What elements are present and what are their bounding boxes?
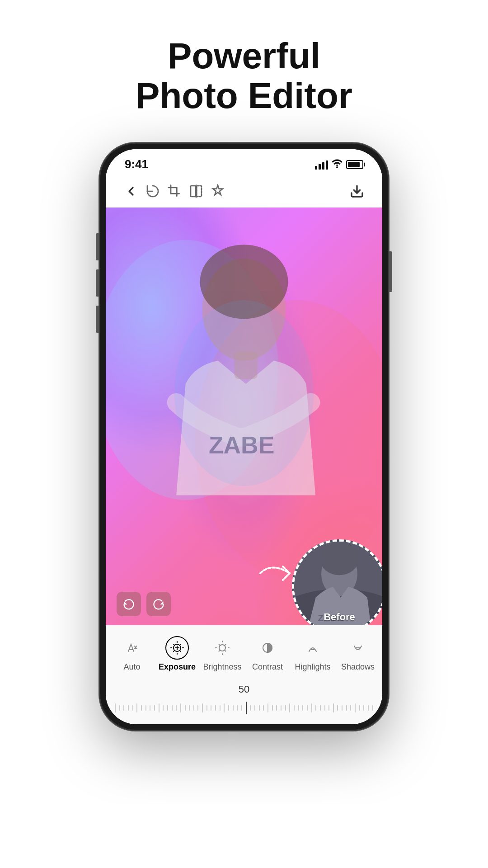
auto-label: Auto [123, 662, 140, 672]
svg-marker-4 [213, 185, 222, 195]
signal-icon [315, 160, 328, 170]
tool-shadows[interactable]: Shadows [335, 632, 380, 675]
slider-ticks [115, 702, 373, 714]
svg-line-23 [180, 644, 181, 645]
rotate-button[interactable] [142, 180, 164, 202]
tool-auto[interactable]: Auto [109, 632, 155, 675]
svg-line-36 [219, 645, 220, 645]
svg-line-34 [225, 645, 225, 645]
heading-line1: Powerful [136, 36, 352, 76]
slider-value: 50 [115, 684, 373, 695]
tool-brightness[interactable]: Brightness [200, 632, 245, 675]
before-photo: ZABE Before [294, 542, 382, 625]
shadows-icon-container [346, 636, 370, 660]
highlights-icon-container [301, 636, 324, 660]
before-comparison-circle[interactable]: ZABE Before [292, 539, 382, 625]
shadows-label: Shadows [341, 662, 375, 672]
page-heading: Powerful Photo Editor [136, 36, 352, 116]
svg-rect-1 [191, 186, 196, 197]
battery-icon [346, 160, 363, 169]
svg-line-37 [225, 651, 225, 651]
compare-arrow [256, 553, 292, 589]
svg-point-0 [336, 166, 338, 168]
adjust-button[interactable] [207, 180, 229, 202]
photo-background: ZABE [106, 208, 382, 625]
slider-track[interactable] [115, 699, 373, 717]
heading-line2: Photo Editor [136, 76, 352, 116]
bottom-panel: Auto [106, 625, 382, 724]
svg-rect-2 [197, 186, 202, 197]
svg-line-35 [219, 651, 220, 651]
exposure-label: Exposure [159, 662, 196, 672]
phone-frame: 9:41 [99, 143, 389, 731]
highlights-label: Highlights [295, 662, 330, 672]
svg-point-29 [219, 645, 225, 651]
wifi-icon [332, 158, 343, 171]
undo-redo-group [117, 592, 171, 616]
exposure-icon-container [165, 636, 189, 660]
svg-point-16 [320, 542, 359, 575]
before-label: Before [324, 611, 355, 623]
phone-screen: 9:41 [106, 149, 382, 724]
app-toolbar [106, 175, 382, 208]
flip-button[interactable] [185, 180, 207, 202]
status-bar: 9:41 [106, 149, 382, 175]
brightness-icon-container [211, 636, 234, 660]
svg-line-26 [180, 651, 181, 651]
auto-icon-container [120, 636, 144, 660]
contrast-label: Contrast [252, 662, 283, 672]
status-time: 9:41 [125, 157, 148, 171]
redo-button[interactable] [146, 592, 171, 616]
tool-highlights[interactable]: Highlights [290, 632, 335, 675]
tool-contrast[interactable]: Contrast [245, 632, 290, 675]
status-icons [315, 158, 363, 171]
contrast-icon-container [256, 636, 279, 660]
undo-button[interactable] [117, 592, 141, 616]
crop-button[interactable] [164, 180, 185, 202]
svg-line-24 [174, 651, 174, 651]
tool-exposure[interactable]: Exposure [155, 632, 200, 675]
photo-area: ZABE [106, 208, 382, 625]
photo-overlay-3 [161, 291, 327, 584]
brightness-label: Brightness [203, 662, 241, 672]
svg-line-25 [174, 644, 174, 645]
tools-row: Auto [106, 625, 382, 679]
slider-area: 50 [106, 679, 382, 724]
back-button[interactable] [120, 180, 142, 202]
download-button[interactable] [346, 180, 368, 202]
